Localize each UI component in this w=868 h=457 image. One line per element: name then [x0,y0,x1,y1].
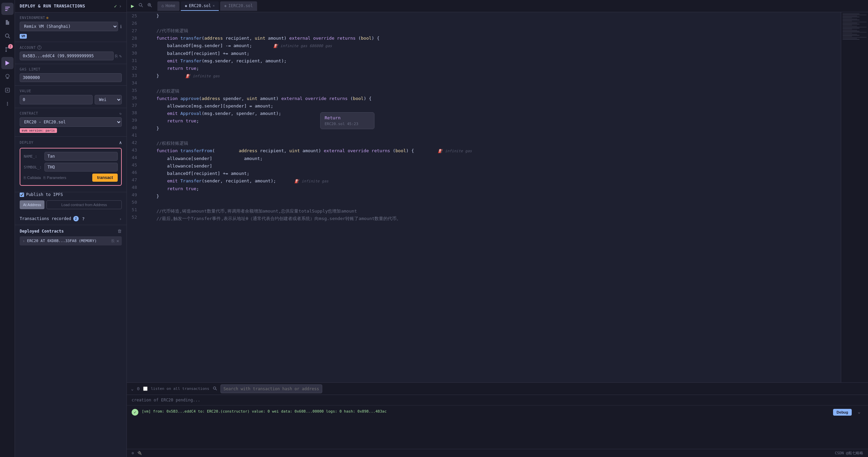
vm-badge: VM [20,34,27,39]
sidebar-icon-search[interactable] [1,30,14,42]
svg-rect-3 [6,22,8,23]
form-actions: ⎘ Calldata ⎘ Parameters transact [24,174,118,182]
contract-section: CONTRACT ↻ ERC20 - ERC20.sol evm version… [15,108,127,137]
deploy-symbol-row: SYMBOL_: [24,163,118,172]
search-tx-icon[interactable] [213,386,217,392]
line-numbers: 25 26 27 28 29 30 31 32 33 34 35 36 37 3… [127,12,140,382]
value-amount-input[interactable] [20,95,93,104]
status-bar: ⚙ 🔌 CSDN @船七略略 [127,449,868,457]
gas-limit-input[interactable]: 3000000 [20,73,122,82]
deployed-header: Deployed Contracts 🗑 [20,228,122,234]
calldata-button[interactable]: ⎘ Calldata [24,176,41,180]
svg-point-20 [7,105,8,106]
deploy-section: DEPLOY ∧ NAME_: SYMBOL_: ⎘ Calldata ⎘ Pa… [15,137,127,192]
load-contract-button[interactable]: Load contract from Address [46,200,122,209]
git-badge: 2 [8,44,13,49]
plug-icon[interactable]: 🔌 [137,451,142,455]
env-info-icon[interactable]: ℹ [120,24,122,29]
environment-section: ENVIRONMENT ⚙ Remix VM (Shanghai) ℹ VM [15,13,127,42]
at-address-button[interactable]: At Address [20,200,44,209]
publish-ipfs-checkbox[interactable] [20,193,24,197]
zoom-icon[interactable] [146,1,153,11]
account-input[interactable]: 0x5B3...eddC4 (99.99999999995 [20,52,114,60]
deploy-form: NAME_: SYMBOL_: ⎘ Calldata ⎘ Parameters … [20,148,122,186]
account-row: 0x5B3...eddC4 (99.99999999995 ⎘ ✎ [20,52,122,60]
parameters-icon: ⎘ [43,176,46,180]
main-content: ▶ ⌂ Home ◈ ERC20.sol [127,0,868,457]
contract-copy-icon[interactable]: ⎘ [112,238,114,243]
tab-home[interactable]: ⌂ Home [157,1,179,11]
contract-select[interactable]: ERC20 - ERC20.sol [20,117,122,127]
name-input[interactable] [44,152,118,161]
deployed-trash-icon[interactable]: 🗑 [117,228,122,234]
code-display: } //代币转账逻辑 function transfer(address rec… [140,12,841,382]
contract-close-icon[interactable]: ✕ [116,238,119,243]
panel-header: DEPLOY & RUN TRANSACTIONS ✓ › [15,0,127,13]
deployed-contract-item: › ERC20 AT 0XD8B...33FA8 (MEMORY) ⎘ ✕ [20,236,122,245]
status-icons: ⚙ 🔌 [132,451,142,455]
expand-icon[interactable]: › [119,3,122,9]
tab-ierc20-sol[interactable]: ◈ IERC20.sol [220,1,257,11]
publish-ipfs-label: Publish to IPFS [26,192,63,197]
publish-ipfs-row: Publish to IPFS [15,192,127,197]
refresh-icon[interactable]: ↻ [119,112,122,115]
ierc20-tab-icon: ◈ [224,3,227,8]
symbol-label: SYMBOL_: [24,165,42,170]
success-output: ✓ [vm] from: 0x5B3...eddC4 to: ERC20.(co… [127,405,868,419]
tooltip-popup: Return ERC20.sol 45:23 [320,112,374,129]
svg-line-24 [150,6,152,7]
sidebar-icon-files[interactable] [1,16,14,28]
code-container[interactable]: 25 26 27 28 29 30 31 32 33 34 35 36 37 3… [127,12,841,382]
calldata-icon: ⎘ [24,176,26,180]
at-address-row: At Address Load contract from Address [15,200,127,213]
deployed-contracts-section: Deployed Contracts 🗑 › ERC20 AT 0XD8B...… [15,225,127,249]
account-section: ACCOUNT ? 0x5B3...eddC4 (99.99999999995 … [15,42,127,64]
tooltip-return-label: Return [325,115,370,120]
gear-icon[interactable]: ⚙ [132,451,134,455]
debug-button[interactable]: Debug [833,409,851,416]
copy-icon[interactable]: ⎘ [115,54,118,59]
value-unit-select[interactable]: Wei Gwei Finney Ether [95,95,122,104]
sidebar-icon-run[interactable] [1,57,14,69]
search-tx-input[interactable] [220,384,322,393]
transact-button[interactable]: transact [92,174,118,182]
sidebar-icon-git[interactable]: 2 [1,43,14,56]
sidebar-icon-more[interactable] [1,98,14,110]
environment-select[interactable]: Remix VM (Shanghai) [20,22,118,31]
listen-label: listen on all transactions [151,386,209,391]
gas-limit-label: GAS LIMIT [20,67,122,71]
output-panel: creation of ERC20 pending... ✓ [vm] from… [127,395,868,449]
transactions-chevron[interactable]: › [119,216,122,221]
account-label: ACCOUNT ? [20,45,122,49]
deploy-title: DEPLOY [20,141,34,144]
tab-erc20-sol[interactable]: ◈ ERC20.sol ✕ [181,1,219,11]
parameters-button[interactable]: ⎘ Parameters [43,176,66,180]
panel-header-icons: ✓ › [114,3,122,9]
svg-point-19 [7,103,8,104]
deploy-panel: DEPLOY & RUN TRANSACTIONS ✓ › ENVIRONMEN… [15,0,127,457]
svg-point-7 [5,51,7,52]
collapse-icon[interactable]: ⌄ [131,386,134,391]
edit-icon[interactable]: ✎ [119,54,122,59]
deploy-collapse-icon[interactable]: ∧ [119,140,122,145]
account-info-icon[interactable]: ? [37,45,41,49]
run-button[interactable]: ▶ [130,1,136,11]
sidebar-icon-deploy[interactable] [1,3,14,15]
close-erc20-tab[interactable]: ✕ [213,4,215,7]
transactions-section: Transactions recorded 2 ? › [15,213,127,225]
listen-checkbox[interactable] [143,386,148,391]
sidebar-icon-debug[interactable] [1,71,14,83]
editor-area: 25 26 27 28 29 30 31 32 33 34 35 36 37 3… [127,12,868,449]
svg-rect-0 [5,7,10,7]
top-bar: ▶ ⌂ Home ◈ ERC20.sol [127,0,868,12]
check-icon[interactable]: ✓ [114,3,117,9]
contract-expand-icon[interactable]: › [22,238,25,243]
sidebar-icon-test[interactable] [1,84,14,96]
transactions-info-icon[interactable]: ? [82,216,85,221]
search-icon[interactable] [137,1,144,11]
svg-rect-4 [6,23,8,24]
icon-sidebar: 2 [0,0,15,457]
output-expand-icon[interactable]: ⌄ [855,409,863,414]
symbol-input[interactable] [44,163,118,172]
transactions-header[interactable]: Transactions recorded 2 ? › [20,216,122,221]
